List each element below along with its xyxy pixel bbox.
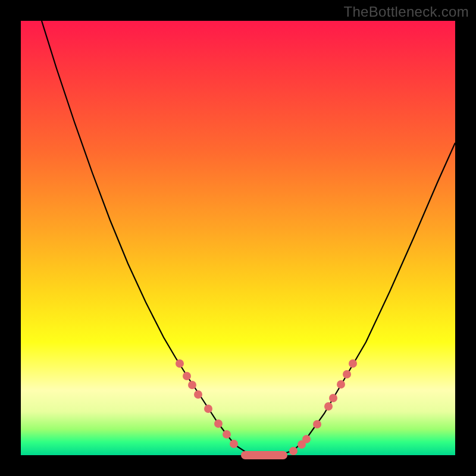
data-marker [214,419,223,428]
data-marker [337,380,345,389]
data-marker [329,394,337,402]
chart-frame: TheBottleneck.com [0,0,476,476]
curve-svg [21,21,455,455]
data-marker [324,402,333,411]
data-marker [223,430,231,439]
data-marker [289,447,298,455]
data-marker [302,435,311,443]
bottleneck-curve [42,21,455,455]
data-marker [176,359,184,368]
data-marker [188,381,196,389]
data-marker [204,405,212,413]
plot-area [21,21,455,455]
watermark-text: TheBottleneck.com [343,4,469,20]
data-marker [313,420,321,428]
data-marker [230,440,238,448]
data-marker [194,390,202,399]
bottom-flat-marker [241,451,287,459]
data-marker [343,370,351,378]
data-marker [183,372,191,380]
data-marker [349,359,357,368]
